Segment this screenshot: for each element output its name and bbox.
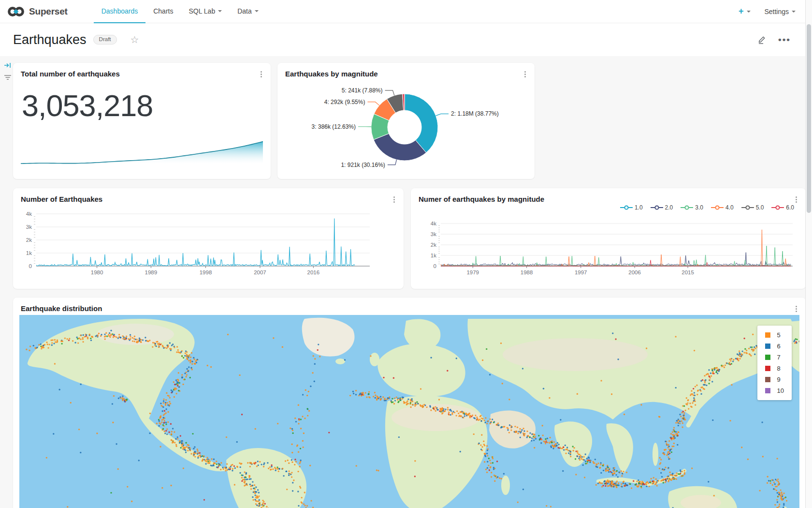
map-legend-item-8[interactable]: 8 [765,365,784,372]
legend-swatch-icon [765,388,770,393]
nav-item-label: Dashboards [102,7,138,15]
svg-text:2k: 2k [431,242,436,248]
svg-text:1998: 1998 [200,269,212,275]
donut-chart[interactable]: 2: 1.18M (38.77%)1: 921k (30.16%)3: 386k… [277,63,535,179]
svg-text:2016: 2016 [307,269,320,275]
nav-item-data[interactable]: Data [230,0,266,23]
legend-label: 3.0 [695,204,703,211]
map-legend-item-6[interactable]: 6 [765,343,784,350]
legend-item-1.0[interactable]: 1.0 [620,204,643,211]
legend-line-marker-icon [711,205,724,210]
nav-item-charts[interactable]: Charts [145,0,181,23]
scrollbar-track[interactable] [805,0,812,508]
legend-label: 5 [777,331,781,339]
map-legend-item-9[interactable]: 9 [765,376,784,383]
superset-dashboard-page: Superset DashboardsChartsSQL LabData + S… [0,0,812,508]
legend-label: 5.0 [756,204,764,211]
map-legend-item-7[interactable]: 7 [765,354,784,361]
new-item-button[interactable]: + [739,6,751,16]
settings-menu[interactable]: Settings [764,8,796,15]
superset-logo-icon [7,5,25,18]
chart-legend: 1.02.03.04.05.06.0 [620,204,794,211]
legend-label: 7 [777,354,781,361]
map-legend-item-10[interactable]: 10 [765,387,784,394]
superset-brand[interactable]: Superset [7,5,68,18]
top-navbar: Superset DashboardsChartsSQL LabData + S… [0,0,812,23]
navbar-menu: DashboardsChartsSQL LabData [94,0,266,23]
status-badge: Draft [93,35,117,45]
big-number-value: 3,053,218 [22,88,153,123]
legend-label: 9 [777,376,781,383]
legend-line-marker-icon [771,205,784,210]
svg-text:4k: 4k [431,221,436,226]
scrollbar-thumb[interactable] [807,24,811,213]
legend-line-marker-icon [681,205,693,210]
svg-text:1k: 1k [26,250,32,256]
dashboard-header: Earthquakes Draft ☆ ••• [0,23,812,56]
legend-item-5.0[interactable]: 5.0 [741,204,764,211]
chart-title: Earthquake distribution [21,304,102,313]
svg-text:2007: 2007 [254,269,266,275]
line-chart[interactable]: 01k2k3k4k19801989199820072016 [13,188,404,289]
legend-item-3.0[interactable]: 3.0 [681,204,703,211]
nav-item-sql-lab[interactable]: SQL Lab [181,0,230,23]
legend-swatch-icon [765,355,770,360]
filter-gutter [2,62,14,80]
svg-text:1979: 1979 [466,269,479,275]
svg-text:3k: 3k [26,224,32,230]
navbar-right: + Settings [739,6,796,16]
legend-line-marker-icon [651,205,663,210]
kebab-menu-icon[interactable] [257,69,265,79]
svg-text:1980: 1980 [91,269,103,275]
chevron-down-icon [255,10,259,12]
map-legend: 5678910 [757,326,792,400]
kebab-menu-icon[interactable] [792,304,800,314]
svg-text:3k: 3k [431,231,436,237]
brand-name: Superset [29,6,68,17]
favorite-star-icon[interactable]: ☆ [130,35,139,45]
legend-item-6.0[interactable]: 6.0 [771,204,794,211]
map-canvas[interactable] [19,315,799,508]
multi-line-chart[interactable]: 01k2k3k4k19791988199720062015 [411,188,806,289]
svg-text:0: 0 [29,263,32,269]
donut-label-5: 5: 241k (7.88%) [342,87,383,94]
svg-text:1997: 1997 [575,269,587,275]
settings-label: Settings [764,8,789,15]
nav-item-label: Data [237,7,252,15]
donut-label-3: 3: 386k (12.63%) [312,123,356,130]
plus-icon: + [739,6,744,16]
filter-icon[interactable] [4,75,11,80]
legend-label: 8 [777,365,781,372]
legend-item-2.0[interactable]: 2.0 [651,204,673,211]
header-actions: ••• [757,35,791,45]
svg-text:0: 0 [434,263,436,269]
expand-filter-bar-icon[interactable] [4,62,12,69]
nav-item-dashboards[interactable]: Dashboards [94,0,146,23]
legend-line-marker-icon [741,205,754,210]
map-legend-item-5[interactable]: 5 [765,331,784,339]
legend-label: 6.0 [786,204,794,211]
svg-text:2k: 2k [26,237,32,243]
trendline-area-chart[interactable] [21,138,263,164]
nav-item-label: SQL Lab [188,7,215,15]
page-title: Earthquakes [13,32,87,47]
legend-label: 1.0 [635,204,643,211]
legend-item-4.0[interactable]: 4.0 [711,204,734,211]
legend-label: 10 [777,387,784,394]
nav-item-label: Charts [153,7,173,15]
svg-text:1k: 1k [431,253,436,258]
legend-swatch-icon [765,332,770,338]
legend-swatch-icon [765,366,770,371]
card-earthquakes-by-magnitude-series: Numer of earthquakes by magnitude 1.02.0… [411,188,806,289]
more-actions-icon[interactable]: ••• [778,38,791,42]
svg-text:2006: 2006 [628,269,641,275]
world-map[interactable]: 5678910 [19,315,799,508]
legend-label: 6 [777,343,781,350]
chevron-down-icon [792,11,796,13]
card-number-of-earthquakes: Number of Earthquakes 01k2k3k4k198019891… [13,188,404,289]
legend-line-marker-icon [620,205,633,210]
donut-label-1: 1: 921k (30.16%) [341,162,385,168]
legend-swatch-icon [765,344,770,349]
edit-pencil-icon[interactable] [757,35,767,45]
card-total-earthquakes: Total number of earthquakes 3,053,218 [13,63,271,179]
